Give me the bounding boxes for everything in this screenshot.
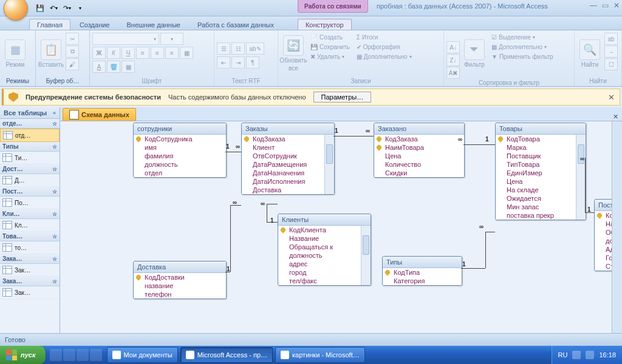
format-painter-icon[interactable]: 🖌 (66, 58, 79, 70)
copy-icon[interactable]: ⧉ (66, 46, 79, 58)
qat-more-icon[interactable]: ▾ (74, 2, 86, 13)
tab-external[interactable]: Внешние данные (119, 19, 188, 30)
db-table-header[interactable]: Товары (496, 123, 586, 135)
bold-button[interactable]: Ж (92, 47, 106, 59)
db-field[interactable]: ДатаРазмещения (242, 160, 334, 169)
db-field[interactable]: Доставка (242, 186, 334, 194)
align-left-button[interactable]: ≡ (136, 47, 149, 59)
db-field[interactable]: Цена (496, 177, 586, 186)
scrollbar[interactable] (324, 135, 334, 194)
cut-icon[interactable]: ✂ (66, 33, 79, 45)
db-field[interactable]: телефон (134, 290, 226, 298)
clock[interactable]: 16:18 (599, 351, 616, 359)
db-field[interactable]: Название (278, 234, 371, 243)
close-button[interactable]: ✕ (613, 1, 620, 10)
db-field[interactable]: Мин запас (496, 203, 586, 211)
db-field[interactable]: ТипТовара (496, 160, 586, 169)
scrollbar[interactable] (361, 226, 371, 285)
italic-button[interactable]: К (107, 47, 120, 59)
taskbar-item-pictures[interactable]: картинки - Microsoft… (275, 347, 365, 363)
minimize-button[interactable]: — (590, 1, 597, 10)
scrollbar-thumb[interactable] (326, 144, 333, 164)
db-field[interactable]: отдел (134, 169, 226, 177)
tab-dbtools[interactable]: Работа с базами данных (190, 19, 282, 30)
db-table-box[interactable]: ЗаказаноКодЗаказаНаимТовараЦенаКоличеств… (374, 123, 465, 178)
db-field[interactable]: ОтвСотрудник (242, 152, 334, 160)
qat-redo-icon[interactable]: ↷▾ (61, 2, 73, 13)
db-field[interactable]: Город (595, 254, 622, 262)
db-table-box[interactable]: сотрудникиКодСотрудникаимяфамилиядолжнос… (133, 123, 227, 178)
nav-group[interactable]: Това…☆ (0, 232, 60, 241)
db-field[interactable]: имя (134, 143, 226, 152)
db-table-box[interactable]: КлиентыКодКлиентаНазваниеОбращаться кдол… (278, 214, 371, 286)
font-family-combo[interactable]: ▾ (92, 33, 159, 45)
tab-home[interactable]: Главная (29, 19, 70, 30)
ql-more-icon[interactable] (90, 349, 102, 361)
decrease-indent-button[interactable]: ⇤ (217, 56, 230, 69)
underline-button[interactable]: Ч (121, 47, 135, 59)
apply-filter-button[interactable]: ▼ Применить фильтр (489, 52, 556, 61)
db-field[interactable]: название (134, 281, 226, 290)
highlight-button[interactable]: ab✎ (246, 42, 264, 55)
qat-save-icon[interactable]: 💾 (34, 2, 46, 13)
paste-button[interactable]: 📋Вставить (38, 33, 64, 74)
alt-fill-button[interactable]: ▦ (121, 61, 135, 73)
db-field[interactable]: Название (595, 220, 622, 228)
nav-table-item[interactable]: отд… (0, 129, 60, 142)
db-table-header[interactable]: Поставщики (595, 200, 622, 211)
nav-group[interactable]: Типы☆ (0, 142, 60, 152)
db-field[interactable]: Клиент (242, 143, 334, 152)
sort-desc-button[interactable]: Z↓ (446, 54, 460, 66)
db-field[interactable]: Обращаться к (595, 228, 622, 237)
db-field[interactable]: поставка прекр (496, 211, 586, 220)
relationships-canvas[interactable]: сотрудникиКодСотрудникаимяфамилиядолжнос… (60, 121, 622, 333)
security-close-button[interactable]: ✕ (608, 93, 615, 102)
align-right-button[interactable]: ≡ (165, 47, 179, 59)
db-field[interactable]: ДатаНазначения (242, 169, 334, 177)
nav-group[interactable]: отде…☆ (0, 119, 60, 129)
nav-group[interactable]: Дост…☆ (0, 164, 60, 174)
close-document-button[interactable]: ✕ (613, 113, 618, 121)
spelling-button[interactable]: ✔ Орфография (354, 42, 414, 52)
db-field-key[interactable]: КодЗаказа (242, 135, 334, 143)
font-size-combo[interactable]: ▾ (160, 33, 183, 45)
taskbar-item-documents[interactable]: Мои документы (107, 347, 178, 363)
qat-undo-icon[interactable]: ↶▾ (47, 2, 60, 13)
goto-button[interactable]: → (604, 46, 618, 58)
db-table-box[interactable]: ЗаказыКодЗаказаКлиентОтвСотрудникДатаРаз… (241, 123, 335, 195)
document-tab-relationships[interactable]: Схема данных (63, 108, 136, 121)
new-record-button[interactable]: 📄 Создать (308, 33, 352, 42)
views-button[interactable]: ▦Режим (2, 33, 28, 74)
ql-ie-icon[interactable] (50, 349, 62, 361)
db-field-key[interactable]: КодСотрудника (134, 135, 226, 143)
scrollbar[interactable] (576, 135, 586, 220)
db-table-header[interactable]: Заказы (242, 123, 334, 135)
db-table-box[interactable]: ТоварыКодТовараМаркаПоставщикТипТовараЕд… (495, 123, 586, 220)
db-table-header[interactable]: Доставка (134, 261, 226, 273)
db-field[interactable]: Марка (496, 143, 586, 152)
totals-button[interactable]: Σ Итоги (354, 33, 414, 42)
db-field[interactable]: должность (134, 160, 226, 169)
refresh-button[interactable]: 🔄Обновитьвсе (281, 33, 306, 74)
save-record-button[interactable]: 💾 Сохранить (308, 42, 352, 52)
db-table-box[interactable]: ТипыКодТипаКатегория (382, 256, 462, 286)
security-options-button[interactable]: Параметры… (313, 92, 372, 103)
nav-table-item[interactable]: Д… (0, 174, 60, 187)
db-field[interactable]: Адрес (595, 245, 622, 254)
db-field[interactable]: Поставщик (496, 152, 586, 160)
db-field[interactable]: Обращаться к (278, 243, 371, 251)
taskbar-item-access[interactable]: Microsoft Access - пр… (180, 347, 273, 363)
db-field[interactable]: тел/факс (278, 277, 371, 285)
db-table-box[interactable]: ПоставщикиКодПоставщикаНазваниеОбращатьс… (594, 199, 622, 271)
nav-table-item[interactable]: Зак… (0, 264, 60, 277)
db-field-key[interactable]: КодЗаказа (374, 135, 464, 143)
font-color-button[interactable]: A (92, 61, 106, 73)
db-field[interactable]: Количество (374, 160, 464, 169)
align-center-button[interactable]: ≡ (151, 47, 164, 59)
nav-group[interactable]: Зака…☆ (0, 277, 60, 286)
db-table-header[interactable]: Клиенты (278, 214, 371, 226)
db-field[interactable]: город (278, 268, 371, 277)
db-table-header[interactable]: Типы (383, 257, 462, 268)
replace-button[interactable]: ab (604, 33, 618, 45)
db-field[interactable]: Категория (383, 277, 462, 285)
